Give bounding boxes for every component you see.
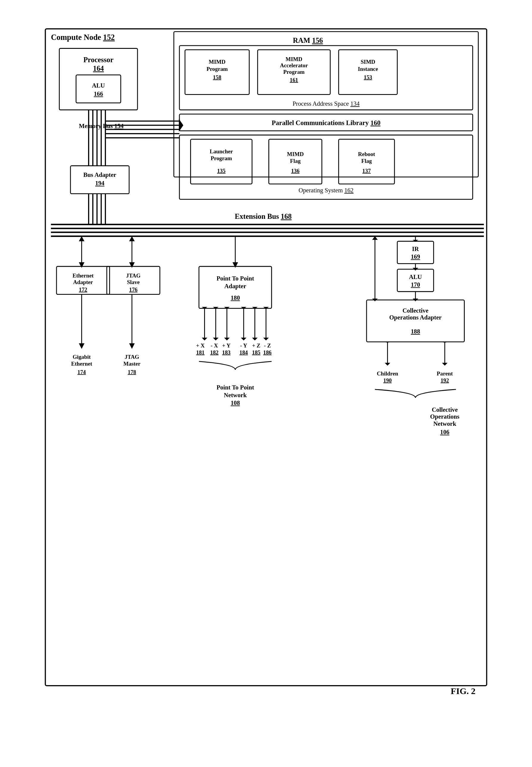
svg-text:Program: Program [211, 155, 232, 161]
svg-text:164: 164 [93, 64, 104, 72]
svg-rect-131 [397, 269, 434, 291]
svg-text:Processor: Processor [83, 56, 113, 64]
svg-text:Network: Network [433, 421, 456, 427]
svg-marker-144 [442, 342, 447, 343]
svg-marker-81 [129, 343, 135, 349]
svg-text:Instance: Instance [358, 66, 378, 72]
fig-label: FIG. 2 [451, 686, 475, 696]
svg-text:Flag: Flag [361, 158, 372, 164]
svg-rect-3 [185, 50, 249, 94]
svg-text:Bus Adapter: Bus Adapter [83, 171, 116, 178]
svg-text:ALU: ALU [409, 274, 422, 280]
svg-marker-93 [202, 337, 207, 340]
svg-marker-99 [224, 337, 230, 340]
svg-rect-33 [76, 75, 121, 103]
svg-text:+ Z: + Z [252, 342, 260, 349]
svg-rect-124 [397, 241, 434, 263]
svg-text:Reboot: Reboot [358, 151, 375, 157]
svg-text:Point To Point: Point To Point [217, 384, 254, 391]
svg-marker-108 [263, 337, 269, 340]
svg-text:+ Y: + Y [222, 342, 231, 349]
svg-text:153: 153 [364, 74, 372, 80]
mimd-program-label: MIMD [209, 59, 226, 65]
svg-text:194: 194 [95, 180, 104, 186]
svg-text:JTAG: JTAG [126, 272, 141, 279]
svg-text:Point To Point: Point To Point [217, 275, 254, 282]
svg-text:- Y: - Y [240, 342, 247, 349]
svg-text:180: 180 [231, 294, 240, 301]
svg-text:170: 170 [411, 281, 420, 288]
svg-marker-142 [385, 363, 390, 365]
svg-marker-64 [129, 262, 135, 268]
svg-text:Children: Children [377, 370, 398, 376]
svg-marker-62 [79, 236, 85, 241]
svg-text:Program: Program [206, 66, 228, 72]
svg-text:MIMD: MIMD [287, 151, 303, 157]
svg-text:Operating System 162: Operating System 162 [299, 187, 354, 194]
svg-text:176: 176 [129, 286, 137, 293]
compute-node-label: Compute Node 152 [51, 33, 115, 42]
svg-text:Operations: Operations [430, 413, 460, 420]
svg-rect-11 [339, 50, 397, 94]
svg-text:Collective: Collective [432, 407, 458, 413]
svg-marker-102 [241, 337, 247, 340]
svg-text:166: 166 [94, 90, 103, 97]
svg-text:137: 137 [362, 168, 371, 174]
svg-text:Adapter: Adapter [73, 279, 93, 285]
svg-text:181: 181 [196, 349, 204, 355]
extension-bus-label: Extension Bus 168 [235, 212, 292, 220]
svg-text:MIMD: MIMD [286, 56, 302, 62]
svg-text:169: 169 [411, 253, 420, 260]
process-address-label: Process Address Space 134 [292, 100, 359, 107]
svg-text:186: 186 [263, 349, 272, 355]
svg-text:158: 158 [213, 74, 221, 80]
svg-text:108: 108 [231, 400, 240, 406]
svg-text:Accelerator: Accelerator [280, 62, 308, 68]
svg-text:Adapter: Adapter [224, 283, 246, 290]
svg-text:136: 136 [291, 168, 299, 174]
svg-text:Program: Program [283, 69, 305, 75]
svg-text:Operations Adapter: Operations Adapter [389, 314, 442, 321]
svg-marker-46 [179, 119, 183, 132]
diagram-svg: Compute Node 152 RAM 156 MIMD Program 15… [25, 23, 507, 708]
svg-marker-105 [252, 337, 258, 340]
svg-rect-136 [367, 300, 464, 342]
ram-label: RAM 156 [293, 36, 323, 44]
svg-text:184: 184 [240, 349, 248, 355]
svg-text:JTAG: JTAG [125, 354, 139, 360]
svg-text:178: 178 [128, 369, 136, 375]
svg-text:IR: IR [412, 246, 419, 252]
svg-text:- X: - X [211, 342, 218, 349]
svg-text:Flag: Flag [290, 158, 301, 164]
svg-text:Ethernet: Ethernet [73, 272, 94, 279]
svg-text:Gigabit: Gigabit [73, 354, 91, 360]
svg-marker-76 [79, 343, 85, 349]
svg-marker-66 [129, 236, 135, 241]
svg-text:SIMD: SIMD [361, 59, 375, 65]
svg-text:- Z: - Z [264, 342, 271, 349]
svg-text:185: 185 [252, 349, 260, 355]
svg-text:174: 174 [77, 369, 86, 375]
svg-text:+ X: + X [196, 342, 205, 349]
svg-text:183: 183 [222, 349, 231, 355]
svg-marker-60 [79, 262, 85, 268]
svg-text:Master: Master [123, 360, 140, 367]
svg-marker-86 [232, 262, 238, 268]
svg-marker-145 [442, 363, 447, 365]
svg-text:106: 106 [440, 429, 449, 435]
svg-marker-141 [385, 342, 390, 343]
page: Compute Node 152 RAM 156 MIMD Program 15… [13, 11, 519, 756]
svg-text:135: 135 [217, 168, 226, 174]
svg-text:172: 172 [79, 286, 87, 293]
svg-text:ALU: ALU [92, 82, 105, 89]
svg-text:190: 190 [383, 377, 392, 384]
svg-text:182: 182 [210, 349, 218, 355]
svg-marker-96 [213, 337, 219, 340]
svg-text:192: 192 [441, 377, 449, 384]
svg-text:161: 161 [290, 77, 298, 83]
svg-text:188: 188 [411, 328, 420, 335]
svg-text:Slave: Slave [127, 279, 140, 285]
svg-text:Collective: Collective [403, 307, 428, 314]
svg-text:Ethernet: Ethernet [71, 360, 93, 367]
pcl-label: Parallel Communications Library 160 [272, 119, 381, 126]
